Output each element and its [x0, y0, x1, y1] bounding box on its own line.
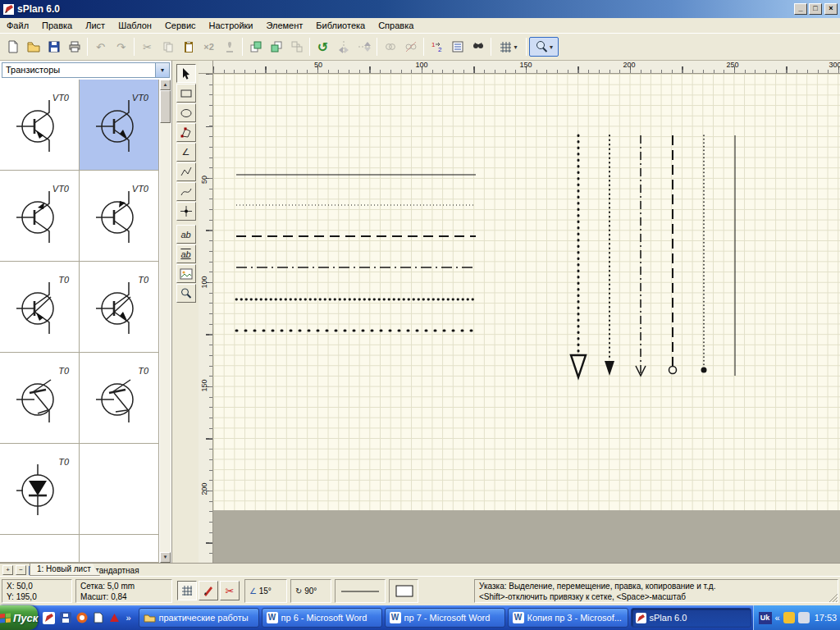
menu-file[interactable]: Файл — [0, 19, 35, 32]
duplicate-button[interactable]: ×2 — [199, 37, 219, 57]
library-item[interactable] — [0, 535, 80, 563]
polygon-tool-button[interactable] — [176, 123, 196, 142]
stamp-button[interactable] — [219, 37, 240, 57]
library-item[interactable]: T0 — [80, 262, 159, 353]
rotate-button[interactable]: ↺ — [313, 37, 333, 57]
resize-grip[interactable] — [828, 592, 838, 603]
tray-collapse-icon[interactable]: « — [775, 613, 780, 623]
library-item[interactable]: VT0 — [80, 171, 159, 262]
minimize-button[interactable]: _ — [794, 3, 807, 15]
menu-element[interactable]: Элемент — [259, 19, 309, 32]
add-component-button[interactable]: + — [2, 565, 13, 575]
task-folder[interactable]: практические работы — [139, 608, 259, 628]
tray-icon-2[interactable] — [798, 612, 810, 623]
remove-component-button[interactable]: − — [16, 565, 26, 575]
quicklaunch-overflow-icon[interactable]: » — [124, 613, 132, 623]
maximize-button[interactable]: □ — [809, 3, 822, 15]
send-to-back-button[interactable] — [266, 37, 286, 57]
task-word-2[interactable]: W пр 7 - Microsoft Word — [385, 608, 505, 628]
library-item[interactable]: VT0 — [0, 80, 80, 171]
angle-step-box[interactable]: ∠ 15° — [244, 579, 287, 603]
redo-button[interactable]: ↷ — [111, 37, 131, 57]
rotation-step-box[interactable]: ↻ 90° — [290, 579, 331, 603]
sheet-list-button[interactable] — [447, 37, 468, 57]
menu-help[interactable]: Справка — [372, 19, 420, 32]
mirror-vertical-button[interactable] — [354, 37, 374, 57]
library-scrollbar[interactable]: ▲ ▼ — [160, 80, 171, 563]
dropdown-caret-icon: ▾ — [514, 43, 517, 51]
quicklaunch-browser-icon[interactable] — [75, 611, 89, 625]
grid-settings-button[interactable]: ▾ — [494, 37, 523, 57]
text-tool-button[interactable]: ab — [176, 225, 196, 244]
library-item[interactable]: T0 — [0, 262, 80, 353]
library-item[interactable]: T0 — [0, 353, 80, 444]
node-tool-button[interactable] — [176, 202, 196, 221]
clip-toggle-button[interactable]: ✂ — [220, 581, 240, 600]
library-item[interactable] — [80, 535, 159, 563]
quicklaunch-splan-icon[interactable] — [42, 611, 56, 625]
copy-button[interactable] — [158, 37, 178, 57]
undo-button[interactable]: ↶ — [90, 37, 111, 57]
language-indicator[interactable]: Uk — [759, 612, 772, 624]
menu-template[interactable]: Шаблон — [112, 19, 158, 32]
renumber-button[interactable]: 12 — [427, 37, 447, 57]
paste-button[interactable] — [178, 37, 199, 57]
quicklaunch-disk-icon[interactable] — [58, 611, 72, 625]
dimension-tool-button[interactable]: ∠ — [176, 143, 196, 162]
start-button[interactable]: Пуск — [0, 605, 38, 630]
polyline-tool-button[interactable] — [176, 162, 196, 181]
save-button[interactable] — [43, 37, 64, 57]
menu-library[interactable]: Библиотека — [309, 19, 372, 32]
close-button[interactable]: × — [824, 3, 838, 15]
menu-sheet[interactable]: Лист — [79, 19, 112, 32]
scrollbar-thumb[interactable] — [160, 90, 171, 123]
find-button[interactable] — [468, 37, 488, 57]
library-item-selected[interactable]: VT0 — [80, 80, 159, 171]
print-button[interactable] — [64, 37, 84, 57]
scroll-down-icon[interactable]: ▼ — [160, 552, 171, 563]
tray-icon-1[interactable] — [783, 612, 795, 623]
scroll-up-icon[interactable]: ▲ — [160, 80, 171, 90]
menu-edit[interactable]: Правка — [35, 19, 79, 32]
zoom-tool-button[interactable] — [176, 284, 196, 303]
fill-style-preview[interactable] — [389, 579, 418, 603]
rectangle-tool-button[interactable] — [176, 84, 196, 103]
textbox-tool-button[interactable]: ab — [176, 244, 196, 263]
sheet-tab[interactable]: 1: Новый лист — [30, 564, 100, 576]
drawing-sheet[interactable] — [213, 74, 840, 510]
bezier-tool-button[interactable] — [176, 182, 196, 201]
snap-toggle-button[interactable] — [199, 581, 218, 600]
link-button[interactable] — [380, 37, 400, 57]
cut-button[interactable]: ✂ — [137, 37, 158, 57]
unlink-button[interactable] — [400, 37, 421, 57]
hint-line-1: Указка: Выделение, перемещение, правка, … — [479, 581, 833, 591]
rotation-value: 90° — [304, 587, 317, 596]
zoom-mode-button[interactable]: ▾ — [529, 37, 559, 57]
bring-to-front-button[interactable] — [245, 37, 266, 57]
open-button[interactable] — [23, 37, 43, 57]
component-label: VT0 — [52, 93, 69, 103]
library-item[interactable] — [80, 444, 159, 535]
line-style-preview[interactable] — [335, 579, 386, 603]
library-category-select[interactable]: Транзисторы ▾ — [2, 62, 170, 78]
image-tool-button[interactable] — [176, 264, 196, 283]
library-item[interactable]: VT0 — [0, 171, 80, 262]
menu-settings[interactable]: Настройки — [203, 19, 260, 32]
library-item[interactable]: T0 — [80, 353, 159, 444]
combo-dropdown-icon[interactable]: ▾ — [155, 63, 169, 77]
new-document-button[interactable] — [2, 37, 23, 57]
quicklaunch-app-icon[interactable] — [107, 611, 121, 625]
task-word-3[interactable]: W Копия пр 3 - Microsof... — [508, 608, 628, 628]
select-tool-button[interactable] — [176, 64, 196, 83]
window-title: sPlan 6.0 — [17, 3, 792, 15]
quicklaunch-document-icon[interactable] — [91, 611, 105, 625]
task-word-1[interactable]: W пр 6 - Microsoft Word — [262, 608, 382, 628]
library-item[interactable]: T0 — [0, 444, 80, 535]
grid-toggle-button[interactable] — [177, 581, 197, 600]
mirror-horizontal-button[interactable] — [333, 37, 354, 57]
ellipse-tool-button[interactable] — [176, 103, 196, 122]
group-button[interactable] — [286, 37, 307, 57]
task-splan-active[interactable]: sPlan 6.0 — [631, 608, 751, 628]
menu-service[interactable]: Сервис — [158, 19, 203, 32]
ruler-label: 150 — [519, 61, 532, 69]
